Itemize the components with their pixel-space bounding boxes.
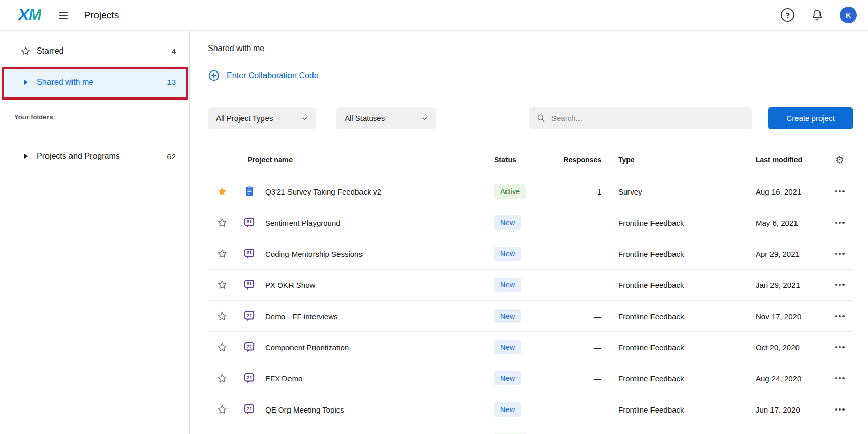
type-value: Frontline Feedback (618, 219, 684, 227)
enter-collaboration-code-label: Enter Collaboration Code (227, 71, 319, 80)
xm-logo: XM (18, 6, 41, 25)
row-menu-button[interactable] (832, 249, 848, 259)
survey-icon (244, 185, 255, 198)
table-header: Project name Status Responses Type Last … (208, 150, 853, 170)
table-row[interactable]: Sentiment Playground New — Frontline Fee… (208, 207, 853, 238)
table-row[interactable]: EFX Demo New — Frontline Feedback Aug 24… (208, 363, 853, 394)
sidebar: Starred 4 Shared with me 13 Your folders… (0, 31, 190, 434)
type-value: Frontline Feedback (618, 343, 684, 352)
type-value: Frontline Feedback (618, 312, 684, 321)
help-icon[interactable]: ? (781, 8, 794, 22)
responses-value: — (594, 343, 601, 352)
table-settings-gear-icon[interactable]: ⚙ (827, 154, 853, 166)
sidebar-item-label: Shared with me (37, 78, 93, 87)
star-icon (20, 46, 31, 56)
status-badge: New (494, 340, 521, 354)
project-type-filter-value: All Project Types (216, 114, 273, 123)
project-name[interactable]: QE Org Meeting Topics (265, 405, 344, 414)
responses-value: — (594, 405, 601, 414)
column-header-project-name: Project name (236, 156, 494, 164)
responses-value: — (594, 250, 601, 258)
user-avatar[interactable]: K (840, 7, 857, 23)
status-badge: New (494, 278, 521, 292)
table-row[interactable]: Coding Mentorship Sessions New — Frontli… (208, 238, 853, 270)
project-type-filter-dropdown[interactable]: All Project Types (208, 107, 316, 129)
status-badge: New (494, 309, 521, 323)
row-menu-button[interactable] (832, 280, 848, 290)
table-row[interactable]: Demo - FF interviews New — Frontline Fee… (208, 301, 853, 332)
search-input[interactable] (551, 114, 744, 123)
table-row[interactable]: Component Prioritization New — Frontline… (208, 332, 853, 363)
type-value: Survey (618, 187, 642, 196)
table-row[interactable]: Q3'21 Survey Taking Feedback v2 Active 1… (208, 176, 853, 207)
project-name[interactable]: Demo - FF interviews (265, 312, 338, 321)
status-badge: New (494, 371, 521, 385)
search-box (529, 107, 752, 129)
sidebar-item-count: 13 (167, 78, 176, 86)
table-row[interactable]: PX OKR Show New — Frontline Feedback Jan… (208, 270, 853, 301)
star-toggle[interactable] (215, 341, 229, 354)
column-header-status: Status (494, 156, 550, 164)
row-menu-button[interactable] (832, 218, 848, 228)
sidebar-item-starred[interactable]: Starred 4 (0, 36, 189, 66)
sidebar-item-shared-with-me[interactable]: Shared with me 13 (0, 66, 189, 98)
star-toggle[interactable] (215, 216, 229, 229)
chevron-right-icon[interactable] (20, 80, 31, 85)
star-toggle[interactable] (215, 372, 229, 385)
column-header-type: Type (601, 156, 752, 164)
status-badge: New (494, 402, 521, 417)
project-name[interactable]: PX OKR Show (265, 281, 315, 290)
modified-value: Aug 16, 2021 (756, 187, 801, 196)
star-toggle[interactable] (215, 185, 229, 198)
frontline-feedback-icon (243, 279, 255, 291)
row-menu-button[interactable] (832, 342, 848, 352)
project-name[interactable]: Component Prioritization (265, 343, 349, 352)
table-row[interactable] (208, 425, 853, 434)
notifications-icon[interactable] (811, 9, 824, 21)
create-project-button[interactable]: Create project (768, 107, 853, 129)
sidebar-item-label: Projects and Programs (37, 152, 120, 161)
row-menu-button[interactable] (832, 186, 848, 197)
modified-value: Oct 20, 2020 (756, 343, 800, 352)
sidebar-item-label: Starred (37, 46, 63, 56)
status-filter-dropdown[interactable]: All Statuses (336, 107, 436, 129)
column-header-responses: Responses (550, 156, 601, 164)
main-content: Shared with me Enter Collaboration Code … (190, 31, 868, 434)
divider (208, 94, 868, 94)
enter-collaboration-code-link[interactable]: Enter Collaboration Code (208, 69, 319, 82)
star-toggle[interactable] (215, 309, 229, 323)
row-menu-button[interactable] (832, 373, 848, 383)
star-toggle[interactable] (215, 403, 229, 416)
row-menu-button[interactable] (832, 404, 848, 415)
modified-value: May 6, 2021 (756, 219, 798, 227)
responses-value: — (594, 281, 601, 290)
sidebar-item-count: 4 (172, 46, 176, 55)
star-toggle[interactable] (215, 247, 229, 260)
table-row[interactable]: QE Org Meeting Topics New — Frontline Fe… (208, 394, 853, 425)
sidebar-item-projects-and-programs[interactable]: Projects and Programs 62 (0, 142, 189, 170)
type-value: Frontline Feedback (618, 281, 684, 290)
project-name[interactable]: EFX Demo (265, 374, 302, 383)
topbar: XM Projects ? K (0, 0, 868, 31)
type-value: Frontline Feedback (618, 374, 684, 383)
filter-bar: All Project Types All Statuses Create pr… (208, 107, 853, 129)
status-badge: Active (494, 184, 526, 199)
column-header-last-modified: Last modified (752, 156, 827, 164)
frontline-feedback-icon (243, 248, 255, 260)
project-name[interactable]: Sentiment Playground (265, 219, 341, 227)
project-name[interactable]: Q3'21 Survey Taking Feedback v2 (265, 187, 381, 196)
modified-value: Nov 17, 2020 (756, 312, 801, 321)
frontline-feedback-icon (243, 341, 255, 353)
sidebar-item-count: 62 (167, 152, 176, 161)
chevron-right-icon[interactable] (20, 154, 31, 159)
frontline-feedback-icon (243, 310, 255, 322)
menu-icon[interactable] (58, 9, 69, 21)
star-toggle[interactable] (215, 278, 229, 292)
project-name[interactable]: Coding Mentorship Sessions (265, 250, 363, 258)
status-filter-value: All Statuses (345, 114, 385, 123)
row-menu-button[interactable] (832, 311, 848, 321)
modified-value: Aug 24, 2020 (756, 374, 801, 383)
chevron-down-icon (421, 114, 429, 123)
status-badge: New (494, 215, 521, 230)
page-title: Projects (84, 10, 119, 21)
